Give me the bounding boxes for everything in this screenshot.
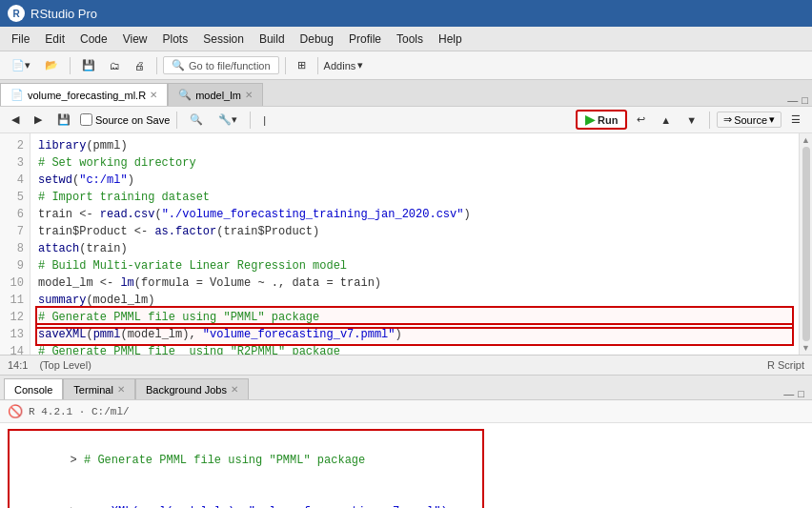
menu-edit[interactable]: Edit bbox=[37, 30, 72, 49]
editor-tab-bar: 📄 volume_forecasting_ml.R ✕ 🔍 model_lm ✕… bbox=[0, 80, 812, 107]
source-chevron-icon: ▾ bbox=[769, 113, 775, 126]
go-to-file-button[interactable]: 🔍 Go to file/function bbox=[163, 56, 279, 74]
new-file-button[interactable]: 📄▾ bbox=[6, 56, 36, 74]
menu-plots[interactable]: Plots bbox=[155, 30, 196, 49]
tab-model-lm[interactable]: 🔍 model_lm ✕ bbox=[168, 83, 263, 106]
code-area: 2 3 4 5 6 7 8 9 10 11 12 13 14 15 16 lib… bbox=[0, 133, 812, 355]
code-lines[interactable]: library(pmml) # Set working directory se… bbox=[30, 133, 799, 355]
source-arrow-icon: ⇒ bbox=[723, 113, 732, 126]
menu-build[interactable]: Build bbox=[252, 30, 293, 49]
tools-button[interactable]: 🔧▾ bbox=[213, 111, 243, 129]
run-button[interactable]: ▶ Run bbox=[576, 110, 627, 130]
code-line-12: # Generate PMML file using "PMML" packag… bbox=[38, 309, 791, 326]
grid-button[interactable]: ⊞ bbox=[292, 56, 312, 74]
code-line-10: model_lm <- lm(formula = Volume ~ ., dat… bbox=[38, 274, 791, 292]
console-output[interactable]: > # Generate PMML file using "PMML" pack… bbox=[0, 423, 812, 508]
menu-help[interactable]: Help bbox=[431, 30, 470, 49]
menu-file[interactable]: File bbox=[4, 30, 37, 49]
console-clear-button[interactable]: 🚫 bbox=[6, 404, 25, 418]
tab-close-icon[interactable]: ✕ bbox=[150, 90, 157, 100]
tab-search-icon: 🔍 bbox=[178, 89, 192, 101]
menu-tools[interactable]: Tools bbox=[389, 30, 431, 49]
code-line-7: train$Product <- as.factor(train$Product… bbox=[38, 223, 791, 240]
source-on-save-label: Source on Save bbox=[80, 113, 170, 126]
down-button[interactable]: ▼ bbox=[680, 112, 702, 129]
sep2 bbox=[250, 112, 251, 129]
editor-status-bar: 14:1 (Top Level) R Script bbox=[0, 355, 812, 376]
print-button[interactable]: 🖨 bbox=[129, 57, 151, 74]
sep3 bbox=[709, 112, 710, 129]
list-button[interactable]: ☰ bbox=[785, 111, 806, 129]
minimize-icon[interactable]: — bbox=[787, 94, 798, 106]
tab-file-icon: 📄 bbox=[10, 89, 24, 101]
tab-volume-forecasting[interactable]: 📄 volume_forecasting_ml.R ✕ bbox=[0, 83, 168, 106]
code-line-9: # Build Multi-variate Linear Regression … bbox=[38, 257, 791, 274]
console-tab-label: Console bbox=[14, 384, 52, 396]
line-numbers: 2 3 4 5 6 7 8 9 10 11 12 13 14 15 16 bbox=[0, 133, 30, 355]
app-logo: R bbox=[8, 5, 25, 22]
code-level: (Top Level) bbox=[39, 359, 91, 371]
run-arrow-icon: ▶ bbox=[585, 112, 595, 127]
global-toolbar: 📄▾ 📂 💾 🗂 🖨 🔍 Go to file/function ⊞ Addin… bbox=[0, 51, 812, 80]
tab-close-icon[interactable]: ✕ bbox=[245, 90, 253, 100]
r-version-path: R 4.2.1 · C:/ml/ bbox=[29, 406, 130, 417]
sep bbox=[176, 112, 177, 129]
script-type: R Script bbox=[767, 359, 804, 371]
go-to-label: Go to file/function bbox=[189, 60, 271, 71]
console-output-box: > # Generate PMML file using "PMML" pack… bbox=[8, 429, 484, 508]
tab-console[interactable]: Console bbox=[4, 378, 63, 399]
bg-jobs-tab-close[interactable]: ✕ bbox=[231, 384, 238, 395]
source-on-save-checkbox[interactable] bbox=[80, 113, 92, 126]
menu-code[interactable]: Code bbox=[72, 30, 115, 49]
menu-view[interactable]: View bbox=[115, 30, 155, 49]
bottom-tab-bar: Console Terminal ✕ Background Jobs ✕ — □ bbox=[0, 376, 812, 400]
source-label: Source bbox=[734, 114, 767, 126]
editor-area: 📄 volume_forecasting_ml.R ✕ 🔍 model_lm ✕… bbox=[0, 80, 812, 376]
scroll-up-icon[interactable]: ▲ bbox=[802, 135, 810, 145]
scroll-down-icon[interactable]: ▼ bbox=[802, 343, 810, 353]
editor-panel-controls: — □ bbox=[787, 94, 808, 106]
forward-button[interactable]: ▶ bbox=[29, 111, 48, 129]
bottom-toolbar: 🚫 R 4.2.1 · C:/ml/ bbox=[0, 400, 812, 423]
terminal-tab-label: Terminal bbox=[73, 384, 113, 396]
vertical-scrollbar[interactable]: ▲ ▼ bbox=[799, 133, 812, 355]
open-file-button[interactable]: 📂 bbox=[39, 56, 64, 74]
bottom-maximize-icon[interactable]: □ bbox=[798, 388, 804, 399]
code-line-2: library(pmml) bbox=[38, 137, 791, 154]
re-run-button[interactable]: ↩ bbox=[631, 111, 651, 129]
up-button[interactable]: ▲ bbox=[655, 112, 677, 129]
code-editor[interactable]: 2 3 4 5 6 7 8 9 10 11 12 13 14 15 16 lib… bbox=[0, 133, 799, 355]
tab-background-jobs[interactable]: Background Jobs ✕ bbox=[135, 378, 249, 399]
bottom-panel: Console Terminal ✕ Background Jobs ✕ — □… bbox=[0, 376, 812, 508]
source-button[interactable]: ⇒ Source ▾ bbox=[717, 112, 782, 128]
code-chunk-button[interactable]: | bbox=[257, 112, 272, 129]
toolbar-separator bbox=[70, 57, 71, 74]
scroll-thumb[interactable] bbox=[802, 147, 810, 341]
bottom-panel-controls: — □ bbox=[783, 388, 804, 399]
tab-terminal[interactable]: Terminal ✕ bbox=[63, 378, 135, 399]
back-button[interactable]: ◀ bbox=[6, 111, 25, 129]
toolbar-separator-4 bbox=[317, 57, 318, 74]
addins-button[interactable]: Addins ▾ bbox=[324, 59, 364, 71]
bg-jobs-tab-label: Background Jobs bbox=[146, 384, 227, 396]
addins-chevron-icon: ▾ bbox=[357, 59, 363, 71]
save-all-button[interactable]: 🗂 bbox=[104, 57, 126, 74]
menu-debug[interactable]: Debug bbox=[293, 30, 341, 49]
maximize-icon[interactable]: □ bbox=[802, 94, 808, 106]
cursor-position: 14:1 bbox=[8, 359, 28, 371]
code-line-13: saveXML(pmml(model_lm), "volume_forecast… bbox=[38, 326, 791, 343]
menu-profile[interactable]: Profile bbox=[341, 30, 389, 49]
editor-save-button[interactable]: 💾 bbox=[51, 111, 76, 129]
tab-label: model_lm bbox=[195, 90, 241, 101]
console-line-1: > # Generate PMML file using "PMML" pack… bbox=[15, 435, 477, 486]
save-button[interactable]: 💾 bbox=[76, 56, 101, 74]
editor-toolbar: ◀ ▶ 💾 Source on Save 🔍 🔧▾ | ▶ Run ↩ ▲ ▼ … bbox=[0, 107, 812, 133]
code-line-8: attach(train) bbox=[38, 240, 791, 257]
bottom-minimize-icon[interactable]: — bbox=[783, 388, 794, 399]
menu-session[interactable]: Session bbox=[195, 30, 252, 49]
terminal-tab-close[interactable]: ✕ bbox=[117, 384, 125, 395]
menu-bar: File Edit Code View Plots Session Build … bbox=[0, 27, 812, 51]
app-title: RStudio Pro bbox=[30, 7, 97, 21]
addins-label: Addins bbox=[324, 60, 356, 71]
find-button[interactable]: 🔍 bbox=[184, 111, 209, 129]
